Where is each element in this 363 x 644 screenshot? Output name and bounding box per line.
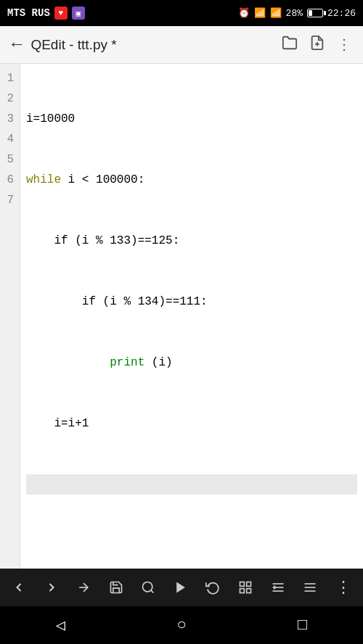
back-button[interactable]: ← — [6, 29, 28, 60]
app-icon-2: ▣ — [72, 7, 85, 20]
toolbar-forward-button[interactable] — [38, 576, 65, 599]
mts-app-icon: ♥ — [54, 7, 68, 20]
battery-label: 28% — [286, 8, 303, 19]
overflow-menu-button[interactable]: ⋮ — [331, 30, 357, 59]
alarm-icon: ⏰ — [238, 7, 250, 19]
code-line-6: i=i+1 — [26, 413, 357, 434]
folder-button[interactable] — [276, 29, 303, 61]
toolbar-indent-button[interactable] — [265, 576, 291, 599]
wifi-icon: 📶 — [254, 7, 266, 19]
app-bar: ← QEdit - ttt.py * ⋮ — [0, 26, 363, 64]
svg-point-3 — [143, 582, 152, 592]
svg-line-4 — [151, 590, 154, 593]
signal-icon: 📶 — [270, 7, 282, 19]
time-label: 22:26 — [327, 8, 356, 19]
code-line-3: if (i % 133)==125: — [26, 231, 357, 251]
new-file-button[interactable] — [303, 29, 331, 61]
battery-container — [307, 9, 323, 17]
toolbar-tab-button[interactable] — [70, 576, 97, 599]
nav-home-button[interactable]: ○ — [162, 611, 200, 640]
code-content[interactable]: i=10000 while i < 100000: if (i % 133)==… — [20, 64, 363, 569]
editor-area[interactable]: 1 2 3 4 5 6 7 i=10000 while i < 100000: … — [0, 64, 363, 569]
toolbar-save-button[interactable] — [103, 576, 129, 599]
nav-recent-button[interactable]: □ — [283, 611, 322, 640]
toolbar-more-button[interactable]: ⋮ — [330, 574, 357, 602]
nav-back-button[interactable]: ◁ — [41, 610, 80, 641]
svg-rect-6 — [240, 582, 244, 587]
code-line-7[interactable] — [26, 474, 357, 495]
code-line-5: print (i) — [26, 352, 357, 373]
status-bar: MTS RUS ♥ ▣ ⏰ 📶 📶 28% 22:26 — [0, 0, 363, 26]
code-line-4: if (i % 134)==111: — [26, 292, 357, 312]
toolbar-search-button[interactable] — [135, 576, 161, 599]
carrier-label: MTS RUS — [7, 7, 50, 19]
toolbar-undo-button[interactable] — [200, 576, 226, 599]
svg-marker-5 — [176, 582, 185, 593]
svg-rect-8 — [240, 589, 244, 593]
app-title: QEdit - ttt.py * — [28, 37, 276, 53]
nav-bar: ◁ ○ □ — [0, 606, 363, 644]
toolbar-back-button[interactable] — [6, 576, 32, 599]
svg-rect-7 — [247, 582, 251, 587]
svg-rect-9 — [247, 589, 251, 593]
toolbar-layout-button[interactable] — [232, 576, 258, 599]
editor-toolbar: ⋮ — [0, 569, 363, 606]
battery-icon — [307, 9, 323, 17]
status-right: ⏰ 📶 📶 28% 22:26 — [238, 7, 356, 19]
code-line-2: while i < 100000: — [26, 170, 357, 190]
code-line-1: i=10000 — [26, 109, 357, 129]
status-left: MTS RUS ♥ ▣ — [7, 7, 85, 20]
line-numbers: 1 2 3 4 5 6 7 — [0, 64, 20, 569]
toolbar-run-button[interactable] — [168, 576, 194, 599]
toolbar-format-button[interactable] — [297, 576, 323, 599]
